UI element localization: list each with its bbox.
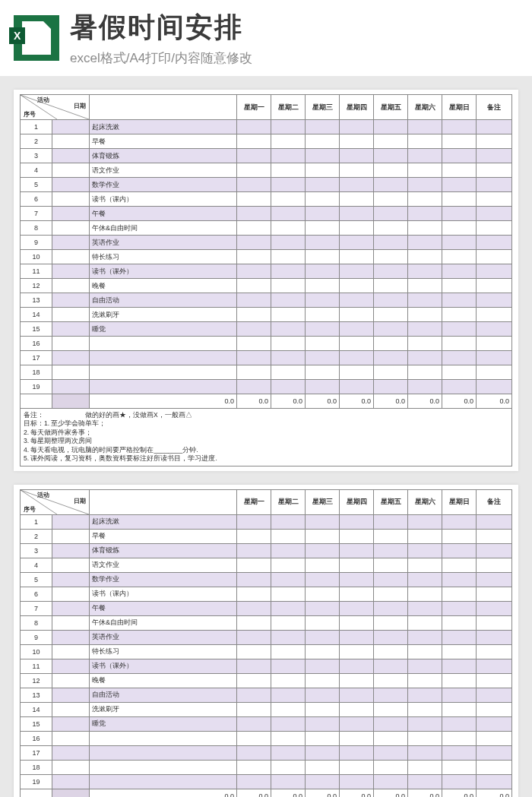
cell-remark[interactable] [477, 264, 512, 279]
cell-day[interactable] [271, 192, 306, 207]
cell-remark[interactable] [477, 365, 512, 380]
cell-day[interactable] [340, 308, 374, 322]
cell-day[interactable] [374, 337, 408, 351]
cell-activity[interactable]: 起床洗漱 [90, 514, 237, 529]
cell-day[interactable] [442, 688, 477, 702]
cell-activity[interactable]: 读书（课外） [90, 264, 237, 279]
cell-day[interactable] [340, 279, 374, 293]
cell-activity[interactable]: 英语作业 [90, 236, 237, 250]
cell-day[interactable] [237, 351, 271, 365]
cell-day[interactable] [408, 716, 442, 731]
cell-day[interactable] [340, 644, 374, 659]
cell-remark[interactable] [477, 644, 512, 659]
cell-day[interactable] [408, 365, 442, 380]
cell-remark[interactable] [477, 134, 512, 149]
cell-day[interactable] [340, 351, 374, 365]
cell-day[interactable] [271, 731, 306, 745]
cell-activity[interactable]: 午休&自由时间 [90, 221, 237, 236]
cell-remark[interactable] [477, 688, 512, 702]
cell-day[interactable] [442, 279, 477, 293]
cell-day[interactable] [408, 673, 442, 688]
cell-day[interactable] [442, 529, 477, 543]
cell-day[interactable] [374, 163, 408, 178]
cell-day[interactable] [442, 308, 477, 322]
cell-day[interactable] [237, 702, 271, 716]
cell-day[interactable] [442, 221, 477, 236]
cell-day[interactable] [271, 308, 306, 322]
cell-day[interactable] [271, 644, 306, 659]
cell-day[interactable] [340, 207, 374, 221]
cell-time[interactable] [52, 529, 90, 543]
cell-day[interactable] [306, 236, 340, 250]
cell-day[interactable] [306, 322, 340, 337]
cell-time[interactable] [52, 731, 90, 745]
cell-day[interactable] [237, 337, 271, 351]
cell-day[interactable] [237, 673, 271, 688]
cell-activity[interactable]: 晚餐 [90, 279, 237, 293]
cell-day[interactable] [237, 659, 271, 673]
cell-day[interactable] [306, 365, 340, 380]
cell-day[interactable] [442, 351, 477, 365]
cell-day[interactable] [271, 615, 306, 630]
cell-day[interactable] [237, 380, 271, 394]
cell-day[interactable] [442, 644, 477, 659]
cell-day[interactable] [271, 380, 306, 394]
cell-day[interactable] [340, 745, 374, 760]
cell-day[interactable] [237, 601, 271, 615]
cell-day[interactable] [237, 745, 271, 760]
cell-day[interactable] [442, 264, 477, 279]
cell-day[interactable] [306, 149, 340, 163]
cell-time[interactable] [52, 264, 90, 279]
cell-time[interactable] [52, 514, 90, 529]
cell-day[interactable] [374, 774, 408, 789]
cell-remark[interactable] [477, 351, 512, 365]
cell-day[interactable] [374, 308, 408, 322]
cell-day[interactable] [271, 673, 306, 688]
cell-day[interactable] [340, 615, 374, 630]
cell-day[interactable] [271, 745, 306, 760]
cell-day[interactable] [271, 630, 306, 644]
cell-day[interactable] [340, 731, 374, 745]
cell-day[interactable] [374, 702, 408, 716]
cell-time[interactable] [52, 322, 90, 337]
cell-day[interactable] [408, 745, 442, 760]
cell-day[interactable] [271, 529, 306, 543]
cell-activity[interactable] [90, 337, 237, 351]
cell-remark[interactable] [477, 120, 512, 134]
cell-time[interactable] [52, 279, 90, 293]
cell-day[interactable] [408, 293, 442, 308]
cell-remark[interactable] [477, 745, 512, 760]
cell-day[interactable] [374, 120, 408, 134]
cell-day[interactable] [271, 514, 306, 529]
cell-activity[interactable]: 洗漱刷牙 [90, 702, 237, 716]
cell-remark[interactable] [477, 572, 512, 587]
cell-day[interactable] [408, 308, 442, 322]
cell-time[interactable] [52, 760, 90, 774]
cell-day[interactable] [374, 601, 408, 615]
cell-day[interactable] [374, 322, 408, 337]
cell-day[interactable] [374, 716, 408, 731]
cell-time[interactable] [52, 236, 90, 250]
cell-day[interactable] [340, 688, 374, 702]
cell-day[interactable] [271, 134, 306, 149]
cell-activity[interactable] [90, 745, 237, 760]
cell-day[interactable] [442, 163, 477, 178]
cell-day[interactable] [237, 365, 271, 380]
cell-day[interactable] [271, 351, 306, 365]
cell-time[interactable] [52, 558, 90, 572]
cell-day[interactable] [306, 601, 340, 615]
cell-day[interactable] [442, 178, 477, 192]
cell-day[interactable] [442, 673, 477, 688]
cell-day[interactable] [271, 716, 306, 731]
cell-day[interactable] [271, 760, 306, 774]
cell-day[interactable] [340, 163, 374, 178]
cell-day[interactable] [271, 702, 306, 716]
cell-day[interactable] [306, 163, 340, 178]
cell-remark[interactable] [477, 529, 512, 543]
cell-day[interactable] [408, 601, 442, 615]
cell-day[interactable] [237, 774, 271, 789]
cell-day[interactable] [442, 630, 477, 644]
cell-remark[interactable] [477, 293, 512, 308]
cell-day[interactable] [237, 543, 271, 558]
cell-time[interactable] [52, 221, 90, 236]
